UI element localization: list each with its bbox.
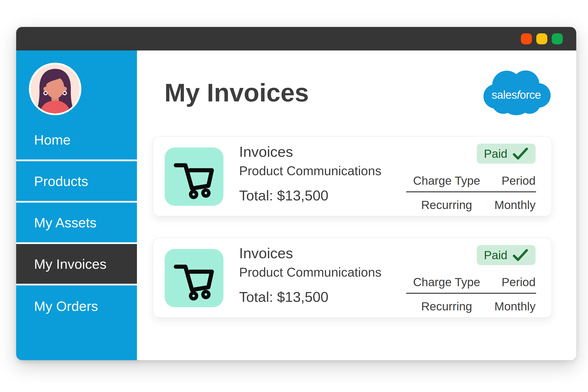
paid-status-badge: Paid [477,144,536,164]
page-title: My Invoices [164,80,309,105]
minimize-window-button[interactable] [536,33,547,44]
sidebar-nav: Home Products My Assets My Invoices My O… [16,120,137,327]
desktop-background: Home Products My Assets My Invoices My O… [0,0,588,392]
sidebar-item-label: Home [34,132,70,148]
invoice-card-total: Total: $13,500 [239,188,328,203]
checkmark-icon [512,249,528,262]
maximize-window-button[interactable] [552,33,563,44]
sidebar-item-label: My Invoices [34,256,106,272]
charge-table-header: Charge Type Period [406,276,536,294]
close-window-button[interactable] [521,33,532,44]
sidebar-item-products[interactable]: Products [16,161,137,202]
paid-status-label: Paid [484,147,508,160]
paid-status-badge: Paid [477,245,536,265]
invoice-card-1[interactable]: Invoices Product Communications Total: $… [153,136,552,216]
period-value: Monthly [487,198,536,212]
window-titlebar [16,27,576,50]
invoice-card-description: Product Communications [239,164,382,178]
charge-type-header: Charge Type [406,174,487,188]
invoice-card-list: Invoices Product Communications Total: $… [153,136,552,318]
period-value: Monthly [487,300,536,313]
cart-icon [171,255,217,301]
charge-table: Charge Type Period Recurring Monthly [406,276,536,313]
charge-table-header: Charge Type Period [406,174,536,192]
charge-type-header: Charge Type [406,276,487,289]
charge-table-row: Recurring Monthly [406,294,536,313]
charge-type-value: Recurring [406,198,487,212]
sidebar: Home Products My Assets My Invoices My O… [16,50,137,360]
invoice-card-description: Product Communications [239,266,382,279]
sidebar-item-my-invoices[interactable]: My Invoices [16,244,137,286]
traffic-lights [521,33,563,44]
browser-window: Home Products My Assets My Invoices My O… [16,27,576,360]
sidebar-item-my-orders[interactable]: My Orders [16,286,137,327]
charge-type-value: Recurring [406,300,487,313]
salesforce-wordmark: salesforce [492,88,541,101]
cart-icon-tile [165,249,224,307]
invoice-card-2[interactable]: Invoices Product Communications Total: $… [153,238,552,318]
sidebar-item-my-assets[interactable]: My Assets [16,202,137,244]
avatar-illustration [30,64,80,114]
cart-icon [171,154,217,200]
invoice-card-title: Invoices [239,246,293,261]
period-header: Period [487,174,536,188]
cart-icon-tile [165,148,224,206]
salesforce-logo: salesforce [480,68,552,117]
invoice-card-title: Invoices [239,144,293,160]
period-header: Period [487,276,536,289]
sidebar-item-label: My Orders [34,298,98,314]
sidebar-item-home[interactable]: Home [16,120,137,161]
paid-status-label: Paid [484,248,508,262]
sidebar-item-label: My Assets [34,214,96,230]
charge-table-row: Recurring Monthly [406,192,536,212]
salesforce-cloud-icon: salesforce [480,68,552,117]
sidebar-item-label: Products [34,173,88,189]
charge-table: Charge Type Period Recurring Monthly [406,174,536,212]
checkmark-icon [512,147,528,160]
main-content: My Invoices salesforce [137,50,576,360]
invoice-card-total: Total: $13,500 [239,290,328,304]
user-avatar[interactable] [29,63,81,115]
